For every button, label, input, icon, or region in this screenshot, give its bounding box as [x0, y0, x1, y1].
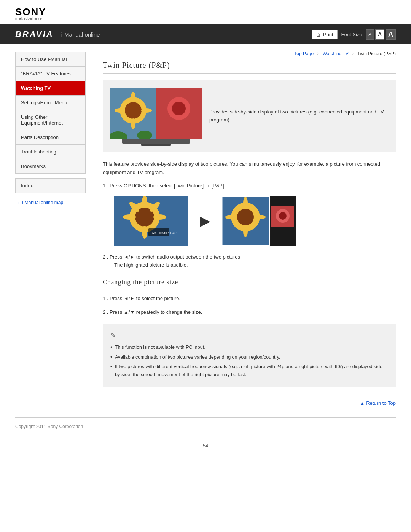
- bravia-logo: BRAVIA: [15, 29, 54, 39]
- breadcrumb-watching-tv[interactable]: Watching TV: [323, 51, 349, 56]
- return-to-top-link[interactable]: ▲ Return to Top: [360, 400, 396, 406]
- demo-right-svg: [222, 196, 296, 246]
- print-label: Print: [323, 32, 333, 37]
- return-to-top[interactable]: ▲ Return to Top: [103, 394, 396, 410]
- breadcrumb: Top Page > Watching TV > Twin Picture (P…: [103, 48, 396, 61]
- top-bar: SONY make.believe: [0, 0, 411, 24]
- note-item-2: Available combination of two pictures va…: [110, 353, 388, 361]
- printer-icon: 🖨: [316, 32, 321, 37]
- svg-point-6: [131, 118, 135, 129]
- left-panel-image: [110, 88, 156, 139]
- tv-stand: [122, 139, 190, 144]
- svg-point-28: [243, 226, 248, 237]
- note-icon: ✎: [110, 330, 388, 340]
- svg-point-17: [123, 214, 136, 220]
- right-panel-image: [156, 88, 202, 139]
- intro-image-section: Provides side-by-side display of two pic…: [103, 80, 396, 152]
- bravia-subtitle: i-Manual online: [61, 31, 100, 38]
- breadcrumb-sep2: >: [352, 51, 354, 56]
- font-medium-button[interactable]: A: [375, 29, 384, 40]
- tv-stand-base: [141, 144, 171, 146]
- sub-section-title: Changing the picture size: [103, 278, 396, 289]
- sidebar-item-watching-tv[interactable]: Watching TV: [16, 81, 85, 96]
- breadcrumb-top-page[interactable]: Top Page: [294, 51, 314, 56]
- sidebar: How to Use i-Manual "BRAVIA" TV Features…: [15, 44, 91, 417]
- sidebar-item-settings[interactable]: Settings/Home Menu: [16, 96, 85, 110]
- sidebar-nav: How to Use i-Manual "BRAVIA" TV Features…: [15, 52, 86, 174]
- page-title: Twin Picture (P&P): [103, 61, 396, 74]
- note-list: This function is not available with PC i…: [110, 343, 388, 379]
- footer: Copyright 2011 Sony Corporation: [0, 418, 411, 435]
- sidebar-item-parts-description[interactable]: Parts Description: [16, 130, 85, 145]
- tv-image: [110, 88, 202, 145]
- step2-line2: The highlighted picture is audible.: [103, 261, 188, 269]
- step1-text: 1 . Press OPTIONS, then select [Twin Pic…: [103, 182, 396, 190]
- svg-point-7: [115, 108, 125, 113]
- intro-caption: Provides side-by-side display of two pic…: [209, 108, 388, 124]
- bravia-bar: BRAVIA i-Manual online 🖨 Print Font Size…: [0, 24, 411, 44]
- print-button[interactable]: 🖨 Print: [312, 30, 338, 39]
- sidebar-item-bravia-features[interactable]: "BRAVIA" TV Features: [16, 67, 85, 81]
- tv-image-container: [110, 88, 202, 145]
- breadcrumb-current: Twin Picture (P&P): [357, 51, 396, 56]
- demo-image-right: [222, 196, 296, 246]
- page-number: 54: [0, 435, 411, 456]
- font-small-button[interactable]: A: [366, 29, 374, 40]
- svg-point-2: [125, 102, 142, 119]
- svg-point-18: [153, 214, 166, 220]
- sidebar-item-how-to-use[interactable]: How to Use i-Manual: [16, 52, 85, 67]
- demo-images: Twin Picture > P&P ▶: [114, 196, 396, 246]
- svg-point-16: [142, 226, 147, 239]
- arrow-icon: →: [15, 200, 21, 206]
- demo-left-svg: Twin Picture > P&P: [114, 196, 188, 246]
- note-item-1: This function is not available with PC i…: [110, 343, 388, 351]
- svg-point-30: [254, 215, 266, 219]
- svg-point-8: [141, 108, 152, 113]
- sidebar-item-bookmarks[interactable]: Bookmarks: [16, 159, 85, 173]
- content-area: Top Page > Watching TV > Twin Picture (P…: [91, 44, 396, 417]
- sidebar-item-troubleshooting[interactable]: Troubleshooting: [16, 145, 85, 159]
- svg-text:Twin Picture > P&P: Twin Picture > P&P: [150, 231, 177, 235]
- tv-screen: [110, 88, 202, 139]
- sub-step1: 1 . Press ◄/► to select the picture.: [103, 295, 396, 303]
- bravia-right: 🖨 Print Font Size A A A: [312, 29, 396, 40]
- breadcrumb-sep1: >: [317, 51, 319, 56]
- sub-step2: 2 . Press ▲/▼ repeatedly to change the s…: [103, 308, 396, 316]
- svg-point-5: [131, 92, 135, 102]
- arrow-demo-icon: ▶: [200, 213, 210, 229]
- svg-point-29: [225, 215, 237, 219]
- sony-brand: SONY: [15, 7, 396, 17]
- step2-line1: 2 . Press ◄/► to switch audio output bet…: [103, 254, 242, 260]
- bravia-left: BRAVIA i-Manual online: [15, 29, 100, 39]
- font-large-button[interactable]: A: [386, 29, 396, 40]
- svg-point-27: [243, 197, 248, 208]
- description-text: This feature provides side-by-side displ…: [103, 160, 396, 177]
- return-top-icon: ▲: [360, 400, 365, 406]
- sidebar-item-other-equipment[interactable]: Using Other Equipment/Internet: [16, 110, 85, 130]
- map-link-anchor[interactable]: → i-Manual online map: [15, 200, 86, 206]
- svg-point-33: [279, 212, 287, 220]
- return-top-label: Return to Top: [366, 400, 396, 406]
- tv-screen-right-panel: [156, 88, 202, 139]
- main-layout: How to Use i-Manual "BRAVIA" TV Features…: [0, 44, 411, 417]
- sony-logo: SONY make.believe: [15, 7, 396, 21]
- note-box: ✎ This function is not available with PC…: [103, 324, 396, 387]
- font-size-label: Font Size: [341, 32, 362, 37]
- svg-point-11: [172, 102, 186, 115]
- demo-image-left: Twin Picture > P&P: [114, 196, 188, 246]
- sony-tagline: make.believe: [15, 17, 396, 21]
- sidebar-item-index[interactable]: Index: [15, 178, 86, 193]
- font-size-buttons: A A A: [366, 29, 396, 40]
- step2-text: 2 . Press ◄/► to switch audio output bet…: [103, 253, 396, 269]
- note-item-3: If two pictures with different vertical …: [110, 363, 388, 379]
- svg-point-26: [237, 209, 254, 225]
- sidebar-map-link[interactable]: → i-Manual online map: [15, 198, 86, 208]
- tv-screen-left-panel: [110, 88, 156, 139]
- copyright-text: Copyright 2011 Sony Corporation: [15, 424, 83, 429]
